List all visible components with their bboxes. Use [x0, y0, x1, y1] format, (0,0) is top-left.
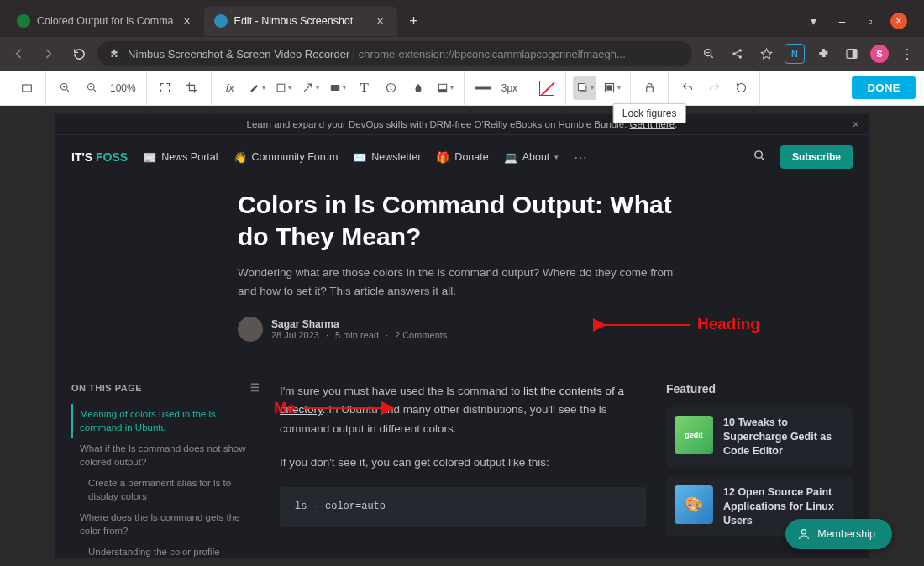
chevron-down-icon: ▾: [554, 153, 559, 161]
zoom-in-icon[interactable]: [53, 76, 76, 100]
subscribe-button[interactable]: Subscribe: [780, 145, 853, 169]
nimbus-extension-icon[interactable]: N: [785, 44, 805, 64]
code-block: ls --color=auto: [280, 487, 646, 527]
zoom-out-icon[interactable]: [80, 76, 103, 100]
minimize-button[interactable]: ‒: [833, 13, 850, 29]
annotation-me[interactable]: Me: [274, 399, 396, 417]
site-header: IT'S FOSS 📰News Portal 👋Community Forum …: [55, 135, 869, 179]
shape-tool[interactable]: ▾: [272, 76, 296, 100]
text-tool[interactable]: T: [353, 76, 376, 100]
author-name[interactable]: Sagar Sharma: [271, 318, 454, 330]
chevron-down-icon[interactable]: ▾: [805, 13, 822, 29]
note-tool[interactable]: ▾: [326, 76, 349, 100]
zoom-icon[interactable]: [699, 44, 719, 64]
maximize-button[interactable]: ▫: [862, 13, 879, 29]
close-icon[interactable]: ×: [853, 118, 859, 131]
svg-rect-14: [438, 89, 446, 92]
pen-tool[interactable]: ▾: [245, 76, 269, 100]
highlight-tool[interactable]: ▾: [433, 76, 457, 100]
svg-rect-10: [330, 84, 339, 90]
history-icon[interactable]: [729, 76, 753, 100]
border-tool[interactable]: ▾: [600, 76, 623, 100]
close-icon[interactable]: ×: [374, 14, 387, 28]
svg-rect-9: [277, 84, 285, 92]
toc-item[interactable]: Meaning of colors used in the ls command…: [71, 404, 260, 438]
nav-news-portal[interactable]: 📰News Portal: [143, 151, 218, 164]
author-byline: Sagar Sharma 28 Jul 2023 5 min read 2 Co…: [238, 317, 691, 342]
toc-heading: ON THIS PAGE: [71, 383, 142, 393]
browser-tab-1[interactable]: Colored Output for ls Comma ×: [7, 6, 204, 36]
arrow-tool[interactable]: ▾: [299, 76, 323, 100]
lock-figures-tool[interactable]: Lock figures: [638, 76, 661, 100]
shadow-tool[interactable]: ▾: [573, 76, 596, 100]
browser-tab-strip: Colored Output for ls Comma × Edit - Nim…: [0, 0, 924, 37]
nav-donate[interactable]: 🎁Donate: [436, 151, 488, 164]
forward-button[interactable]: [37, 42, 60, 66]
nav-about[interactable]: 💻About▾: [504, 151, 559, 164]
redo-icon[interactable]: [702, 76, 726, 100]
article-subheading: Wondering what are those colors in the l…: [238, 264, 691, 300]
nimbus-toolbar: 100% fx ▾ ▾ ▾ ▾ T 1 ▾ 3px ▾ ▾: [0, 71, 924, 106]
toc-item[interactable]: What if the ls command does not show col…: [71, 438, 260, 473]
stroke-width-value[interactable]: 3px: [498, 82, 521, 94]
publish-date: 28 Jul 2023: [271, 330, 328, 340]
nav-newsletter[interactable]: ✉️Newsletter: [353, 151, 421, 164]
svg-rect-17: [578, 84, 585, 91]
share-icon[interactable]: [727, 44, 748, 64]
page-title-in-url: Nimbus Screenshot & Screen Video Recorde…: [128, 48, 349, 60]
resize-icon[interactable]: [15, 76, 39, 100]
profile-avatar[interactable]: S: [870, 45, 889, 63]
comment-count[interactable]: 2 Comments: [395, 330, 454, 340]
toc-item[interactable]: Where does the ls command gets the color…: [71, 507, 260, 542]
tooltip: Lock figures: [613, 103, 686, 123]
zoom-level[interactable]: 100%: [107, 82, 139, 94]
undo-icon[interactable]: [675, 76, 699, 100]
nav-community-forum[interactable]: 👋Community Forum: [234, 151, 339, 164]
window-close-button[interactable]: ×: [890, 13, 907, 29]
reload-button[interactable]: [67, 42, 91, 66]
site-logo[interactable]: IT'S FOSS: [71, 150, 128, 164]
browser-tab-2[interactable]: Edit - Nimbus Screenshot ×: [204, 6, 397, 36]
svg-rect-5: [853, 50, 857, 59]
toc-item[interactable]: Create a permanent alias for ls to displ…: [71, 473, 260, 507]
author-avatar[interactable]: [238, 317, 263, 342]
tab-title: Colored Output for ls Comma: [37, 15, 174, 27]
membership-button[interactable]: Membership: [785, 519, 892, 549]
new-tab-button[interactable]: +: [402, 9, 426, 33]
svg-point-21: [755, 150, 763, 158]
extensions-icon[interactable]: [813, 44, 833, 64]
featured-heading: Featured: [666, 382, 853, 396]
tab-favicon: [214, 14, 228, 28]
svg-rect-6: [23, 85, 32, 92]
featured-card[interactable]: gedit 10 Tweaks to Supercharge Gedit as …: [666, 407, 853, 467]
blur-tool[interactable]: [407, 76, 430, 100]
url-text: chrome-extension://bpconcjcammlapcogcnne…: [359, 48, 626, 60]
close-icon[interactable]: ×: [181, 14, 194, 28]
done-button[interactable]: DONE: [852, 76, 916, 99]
no-fill-tool[interactable]: [535, 76, 559, 100]
search-icon[interactable]: [753, 149, 767, 166]
editor-canvas: Learn and expand your DevOps skills with…: [0, 106, 924, 566]
svg-rect-19: [606, 85, 612, 90]
toc-item[interactable]: Understanding the color profile: [71, 542, 260, 558]
nav-more[interactable]: ⋯: [574, 149, 588, 165]
stroke-width-tool[interactable]: [471, 76, 495, 100]
svg-point-24: [802, 530, 806, 534]
counter-tool[interactable]: 1: [380, 76, 403, 100]
tab-title: Edit - Nimbus Screenshot: [234, 15, 367, 27]
crop-icon[interactable]: [181, 76, 204, 100]
menu-icon[interactable]: ☰: [250, 382, 260, 394]
sidepanel-icon[interactable]: [842, 44, 862, 64]
kebab-menu-icon[interactable]: ⋮: [897, 44, 917, 64]
fx-tool[interactable]: fx: [218, 76, 242, 100]
address-bar[interactable]: Nimbus Screenshot & Screen Video Recorde…: [97, 41, 692, 66]
star-icon[interactable]: [756, 44, 776, 64]
announcement-banner: Learn and expand your DevOps skills with…: [55, 114, 869, 135]
featured-thumbnail: gedit: [675, 416, 713, 454]
svg-rect-20: [646, 87, 653, 92]
annotation-heading[interactable]: Heading: [697, 315, 760, 333]
back-button[interactable]: [7, 42, 30, 66]
article-headline: Colors in ls Command Output: What do The…: [238, 189, 691, 252]
fullscreen-icon[interactable]: [154, 76, 177, 100]
table-of-contents: ON THIS PAGE ☰ Meaning of colors used in…: [71, 382, 260, 558]
